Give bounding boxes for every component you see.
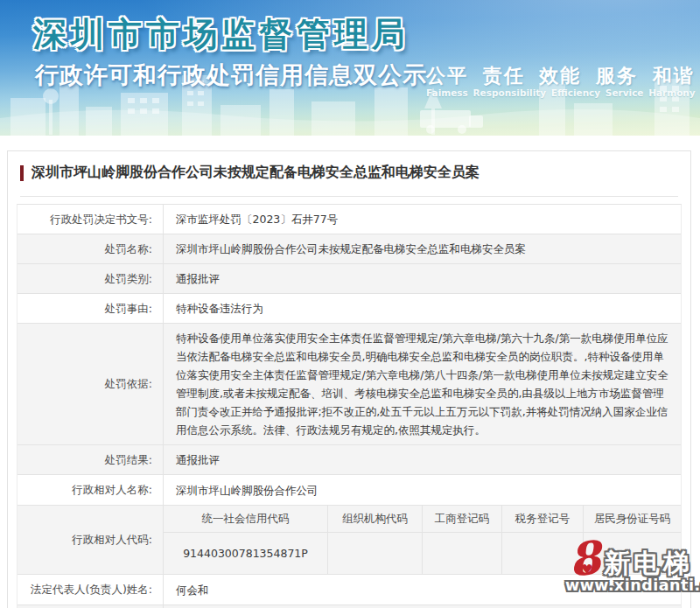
header-banner: 深圳市市场监督管理局 行政许可和行政处罚信用信息双公示 公平 责任 效能 服务 … — [0, 0, 700, 136]
code-cell-value — [583, 533, 681, 574]
code-cell-value — [327, 533, 422, 574]
site-title: 深圳市市场监督管理局 — [33, 12, 410, 57]
row-value: 特种设备违法行为 — [164, 294, 681, 323]
title-marker-bar — [20, 165, 24, 181]
code-cell-value: 91440300781354871P — [164, 533, 327, 574]
code-column-header: 居民身份证号码 — [583, 506, 681, 532]
row-label: 处罚事由: — [18, 294, 164, 323]
code-column-header: 工商登记码 — [422, 506, 501, 532]
row-value: 特种设备使用单位落实使用安全主体责任监督管理规定/第六章电梯/第六十九条/第一款… — [164, 324, 681, 444]
code-value-row: 91440300781354871P — [164, 532, 681, 574]
table-row: 行政处罚决定书文号:深市监坪处罚〔2023〕石井77号 — [18, 205, 681, 234]
code-column-header: 税务登记号 — [501, 506, 583, 532]
code-column-header: 组织机构代码 — [327, 506, 422, 532]
row-label: 行政相对人名称: — [18, 475, 164, 505]
row-label: 行政相对人代码: — [18, 506, 164, 574]
row-label: 处罚名称: — [18, 234, 164, 263]
penalty-table: 行政处罚决定书文号:深市监坪处罚〔2023〕石井77号处罚名称:深圳市坪山岭脚股… — [17, 204, 682, 608]
table-row: 行政相对人代码:统一社会信用代码组织机构代码工商登记码税务登记号居民身份证号码9… — [18, 505, 681, 574]
case-title-row: 深圳市坪山岭脚股份合作公司未按规定配备电梯安全总监和电梯安全员案 — [8, 151, 690, 192]
title-separator — [20, 196, 678, 197]
code-header-row: 统一社会信用代码组织机构代码工商登记码税务登记号居民身份证号码 — [164, 506, 681, 532]
code-column-header: 统一社会信用代码 — [164, 506, 327, 532]
row-label: 处罚依据: — [18, 324, 164, 444]
row-value: 深圳市坪山岭脚股份合作公司未按规定配备电梯安全总监和电梯安全员案 — [164, 234, 681, 263]
notice-card: 深圳市坪山岭脚股份合作公司未按规定配备电梯安全总监和电梯安全员案 行政处罚决定书… — [7, 150, 691, 608]
table-row: 行政相对人名称:深圳市坪山岭脚股份合作公司 — [18, 474, 681, 505]
row-label: 处罚类别: — [18, 264, 164, 293]
table-row: 处罚决定日期:2023-12-15 — [18, 605, 681, 608]
row-label: 法定代表人(负责人)姓名: — [18, 575, 164, 605]
table-row: 处罚依据:特种设备使用单位落实使用安全主体责任监督管理规定/第六章电梯/第六十九… — [18, 323, 681, 444]
code-cell-value — [422, 533, 501, 574]
row-label: 行政处罚决定书文号: — [18, 205, 164, 234]
slogan-chinese: 公平 责任 效能 服务 和谐 — [426, 63, 695, 89]
row-value: 何会和 — [164, 575, 681, 605]
row-value: 深圳市坪山岭脚股份合作公司 — [164, 475, 681, 505]
code-cell-value — [501, 533, 583, 574]
table-row: 处罚结果:通报批评 — [18, 444, 681, 474]
table-row: 处罚事由:特种设备违法行为 — [18, 293, 681, 323]
site-subtitle: 行政许可和行政处罚信用信息双公示 — [35, 59, 427, 91]
slogan-english: Faimess Responsibility Efficiency Servic… — [426, 87, 696, 98]
table-row: 处罚类别:通报批评 — [18, 263, 681, 293]
case-title: 深圳市坪山岭脚股份合作公司未按规定配备电梯安全总监和电梯安全员案 — [32, 164, 480, 182]
row-value: 深市监坪处罚〔2023〕石井77号 — [164, 205, 681, 234]
table-row: 法定代表人(负责人)姓名:何会和 — [18, 574, 681, 605]
table-row: 处罚名称:深圳市坪山岭脚股份合作公司未按规定配备电梯安全总监和电梯安全员案 — [18, 234, 681, 263]
row-value: 通报批评 — [164, 264, 681, 293]
row-label: 处罚结果: — [18, 445, 164, 474]
relative-party-code-table: 统一社会信用代码组织机构代码工商登记码税务登记号居民身份证号码914403007… — [164, 506, 681, 574]
row-value: 通报批评 — [164, 445, 681, 474]
